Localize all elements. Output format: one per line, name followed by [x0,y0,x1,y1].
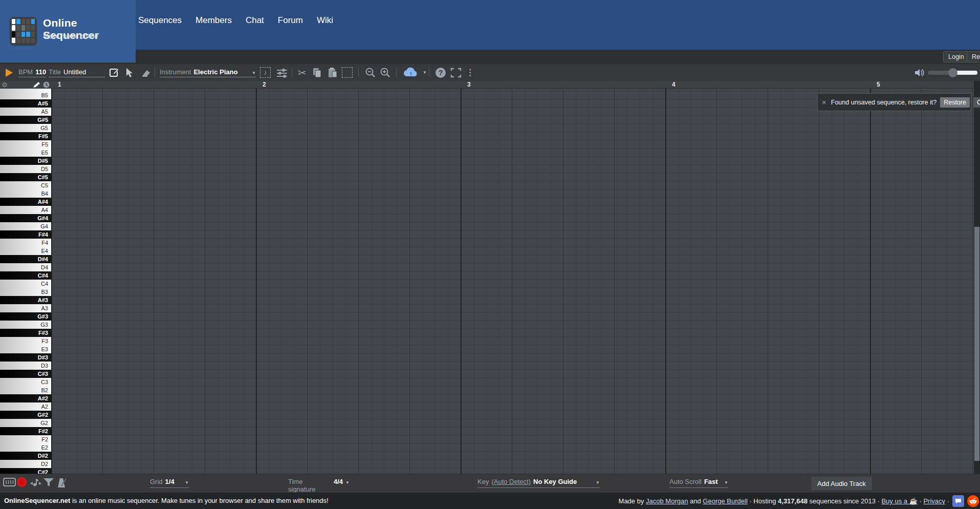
piano-key-D2[interactable]: D2 [0,460,51,468]
bpm-value[interactable]: 110 [35,68,46,76]
settings-gear-icon[interactable]: ⚙ [2,81,8,89]
zoom-in-button[interactable] [380,64,391,81]
piano-key-E2[interactable]: E2 [0,443,51,452]
piano-key-G2[interactable]: G2 [0,419,51,427]
logo-block[interactable]: Online Sequencer Make music online [0,0,136,62]
register-button[interactable]: Register [967,51,980,62]
piano-key-E3[interactable]: E3 [0,345,51,353]
key-guide-select[interactable]: Key (Auto Detect) No Key Guide ▼ [477,478,600,488]
help-button[interactable]: ? [435,64,446,81]
piano-key-Cs4[interactable]: C#4 [0,271,51,280]
piano-key-G3[interactable]: G3 [0,321,51,329]
login-button[interactable]: Login [943,51,969,62]
piano-key-G4[interactable]: G4 [0,222,51,230]
piano-key-Fs3[interactable]: F#3 [0,329,51,337]
piano-key-C4[interactable]: C4 [0,280,51,288]
piano-key-A5[interactable]: A5 [0,108,51,116]
piano-key-B5[interactable]: B5 [0,91,51,99]
paste-button[interactable] [328,64,338,81]
note-length-clock-icon[interactable] [43,81,50,88]
select-tool-button[interactable] [125,64,134,81]
piano-key-Cs3[interactable]: C#3 [0,370,51,378]
piano-key-A3[interactable]: A3 [0,304,51,312]
copy-button[interactable] [312,64,322,81]
save-button[interactable]: ▼ [402,64,427,81]
cut-button[interactable]: ✂ [298,64,307,81]
select-region-button[interactable] [342,64,353,81]
scrollbar-thumb[interactable] [974,227,979,461]
nav-item-members[interactable]: Members [195,15,232,26]
piano-key-A2[interactable]: A2 [0,402,51,411]
piano-key-Fs2[interactable]: F#2 [0,427,51,435]
add-audio-track-button[interactable]: Add Audio Track [811,477,872,490]
more-options-button[interactable]: ⋮ [466,64,474,81]
piano-key-Fs4[interactable]: F#4 [0,230,51,239]
title-field[interactable]: Title Untitled [49,68,105,77]
piano-key-D5[interactable]: D5 [0,165,51,173]
piano-key-Cs5[interactable]: C#5 [0,173,51,181]
piano-key-As2[interactable]: A#2 [0,394,51,402]
zoom-out-button[interactable] [365,64,376,81]
piano-key-Cs2[interactable]: C#2 [0,468,51,474]
piano-key-Gs3[interactable]: G#3 [0,312,51,321]
close-icon[interactable]: × [821,98,827,107]
vertical-scrollbar[interactable] [974,81,980,474]
metronome-button[interactable] [56,478,67,490]
piano-key-Ds2[interactable]: D#2 [0,452,51,460]
play-button[interactable] [6,69,13,77]
piano-key-B2[interactable]: B2 [0,386,51,394]
footer-link[interactable]: Buy us a ☕ [881,497,917,505]
note-filter-button[interactable] [43,478,54,490]
restore-button[interactable]: Restore [940,97,970,108]
auto-scroll-select[interactable]: Auto Scroll Fast ▼ [669,478,728,488]
piano-key-D4[interactable]: D4 [0,263,51,271]
footer-link[interactable]: Privacy [923,497,945,505]
piano-key-F4[interactable]: F4 [0,239,51,247]
piano-key-A4[interactable]: A4 [0,206,51,214]
volume-slider[interactable] [928,71,977,75]
piano-key-F3[interactable]: F3 [0,337,51,345]
piano-key-F5[interactable]: F5 [0,140,51,149]
discord-icon[interactable] [952,495,964,507]
nav-item-wiki[interactable]: Wiki [317,15,333,26]
piano-key-Ds4[interactable]: D#4 [0,255,51,263]
timeline-ruler[interactable]: ⚙ 12345 [0,81,980,89]
show-keyboard-button[interactable] [3,478,16,489]
nav-item-chat[interactable]: Chat [246,15,264,26]
mute-button[interactable] [914,64,925,81]
midi-input-button[interactable] [30,478,42,489]
piano-key-E5[interactable]: E5 [0,149,51,157]
footer-link[interactable]: Jacob Morgan [646,497,688,505]
title-value[interactable]: Untitled [63,68,86,76]
draw-mode-pencil-icon[interactable] [33,81,41,88]
piano-key-Gs4[interactable]: G#4 [0,214,51,222]
grid-select[interactable]: Grid 1/4 ▼ [150,478,189,488]
volume-slider-thumb[interactable] [948,68,957,77]
save-options-caret-icon[interactable]: ▼ [423,70,427,75]
piano-key-C5[interactable]: C5 [0,181,51,189]
piano-key-D3[interactable]: D3 [0,362,51,370]
piano-key-Gs5[interactable]: G#5 [0,116,51,124]
fullscreen-button[interactable] [450,64,462,81]
footer-link[interactable]: George Burdell [703,497,747,505]
bpm-field[interactable]: BPM 110 [18,68,46,77]
reddit-icon[interactable] [967,495,979,507]
piano-key-B4[interactable]: B4 [0,189,51,198]
piano-key-B3[interactable]: B3 [0,288,51,296]
piano-key-Gs2[interactable]: G#2 [0,411,51,419]
instrument-select[interactable]: Instrument Electric Piano ▼ [160,68,256,77]
instrument-settings-button[interactable] [276,64,288,81]
select-instrument-notes-button[interactable]: ♪ [260,64,271,81]
piano-key-Fs5[interactable]: F#5 [0,132,51,140]
auto-detect-link[interactable]: (Auto Detect) [491,478,531,485]
piano-key-As4[interactable]: A#4 [0,198,51,206]
piano-key-F2[interactable]: F2 [0,435,51,443]
note-grid[interactable] [51,89,974,474]
nav-item-forum[interactable]: Forum [278,15,303,26]
piano-key-As5[interactable]: A#5 [0,99,51,108]
piano-key-G5[interactable]: G5 [0,124,51,132]
piano-key-E4[interactable]: E4 [0,247,51,255]
piano-key-Ds3[interactable]: D#3 [0,353,51,362]
edit-title-button[interactable] [109,64,120,81]
piano-key-Ds5[interactable]: D#5 [0,157,51,165]
